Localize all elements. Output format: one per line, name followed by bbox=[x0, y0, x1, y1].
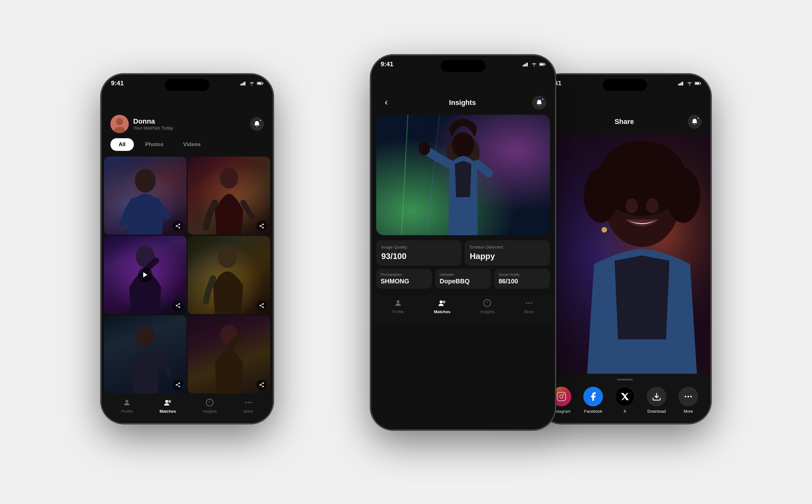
nav-profile-1[interactable]: Profile bbox=[121, 398, 133, 414]
svg-point-73 bbox=[526, 302, 527, 304]
svg-point-92 bbox=[601, 227, 607, 232]
image-quality-label: Image Quality: bbox=[381, 245, 457, 249]
svg-rect-2 bbox=[243, 82, 244, 85]
svg-point-88 bbox=[584, 168, 618, 223]
nav-matches-2[interactable]: Matches bbox=[434, 298, 451, 314]
svg-point-51 bbox=[245, 402, 246, 403]
svg-point-44 bbox=[262, 386, 264, 387]
p3-top-bar: Share bbox=[539, 89, 711, 134]
svg-point-22 bbox=[136, 246, 155, 268]
svg-rect-60 bbox=[540, 63, 544, 65]
svg-point-49 bbox=[168, 400, 171, 403]
nav-more-1[interactable]: More bbox=[243, 398, 253, 414]
wifi-icon-3 bbox=[686, 81, 693, 86]
stats-row: Photographer: SHMONG Uploader: DopeBBQ S… bbox=[371, 269, 555, 294]
svg-rect-55 bbox=[524, 64, 525, 67]
battery-icon-1 bbox=[257, 81, 263, 86]
share-btn-3[interactable] bbox=[172, 300, 183, 311]
nav-insights-2[interactable]: Insights bbox=[480, 298, 495, 314]
svg-line-45 bbox=[261, 385, 262, 386]
grid-item-1[interactable] bbox=[104, 157, 186, 235]
nav-insights-1[interactable]: Insights bbox=[203, 398, 217, 414]
notification-button-2[interactable] bbox=[532, 96, 546, 110]
status-time-1: 9:41 bbox=[111, 80, 124, 87]
share-handle bbox=[617, 379, 633, 380]
stat-emotion: Emotion Detected: Happy bbox=[465, 240, 550, 266]
x-twitter-icon bbox=[615, 387, 635, 406]
share-icon-1 bbox=[175, 223, 181, 229]
svg-point-69 bbox=[397, 300, 399, 303]
svg-line-34 bbox=[261, 304, 262, 305]
notification-button-3[interactable] bbox=[688, 115, 702, 129]
insights-icon-1 bbox=[205, 398, 214, 407]
nav-profile-2[interactable]: Profile bbox=[392, 298, 404, 314]
nav-more-2[interactable]: More bbox=[524, 298, 534, 314]
svg-point-95 bbox=[563, 394, 564, 395]
svg-rect-82 bbox=[695, 82, 699, 84]
share-title: Share bbox=[614, 118, 634, 126]
grid-item-3[interactable] bbox=[104, 236, 186, 314]
svg-point-53 bbox=[250, 402, 251, 403]
chevron-left-icon-2 bbox=[383, 99, 390, 106]
svg-rect-1 bbox=[242, 83, 243, 86]
svg-point-17 bbox=[262, 224, 264, 225]
svg-point-12 bbox=[176, 225, 177, 227]
stat-photographer: Photographer: SHMONG bbox=[376, 269, 432, 289]
svg-point-31 bbox=[259, 305, 261, 306]
share-btn-2[interactable] bbox=[256, 221, 267, 231]
play-btn-3[interactable] bbox=[138, 268, 153, 282]
svg-marker-23 bbox=[143, 272, 147, 278]
svg-line-20 bbox=[261, 226, 262, 227]
share-option-more[interactable]: More bbox=[679, 387, 698, 414]
svg-point-52 bbox=[248, 402, 249, 403]
grid-item-4[interactable] bbox=[188, 236, 270, 314]
battery-icon-2 bbox=[539, 62, 546, 67]
virality-label: Social Virality bbox=[499, 273, 546, 276]
share-btn-6[interactable] bbox=[256, 379, 267, 390]
bottom-nav-1: Profile Matches bbox=[101, 393, 273, 423]
svg-point-70 bbox=[440, 300, 443, 303]
notification-button-1[interactable] bbox=[250, 117, 264, 131]
share-label-download: Download bbox=[647, 409, 666, 414]
share-option-facebook[interactable]: Facebook bbox=[583, 387, 603, 414]
svg-rect-59 bbox=[545, 63, 546, 65]
svg-point-41 bbox=[220, 325, 238, 345]
more-nav-icon-2 bbox=[524, 298, 534, 308]
share-option-download[interactable]: Download bbox=[647, 387, 666, 414]
share-option-x[interactable]: X bbox=[615, 387, 635, 414]
profile-nav-icon-2 bbox=[393, 298, 403, 308]
p1-user-text: Donna Your Matches Today bbox=[133, 117, 173, 131]
signal-icon-3 bbox=[678, 81, 685, 86]
grid-item-2[interactable] bbox=[188, 157, 270, 235]
svg-point-90 bbox=[626, 198, 638, 213]
grid-item-6[interactable] bbox=[188, 315, 270, 393]
tab-photos[interactable]: Photos bbox=[137, 138, 172, 151]
emotion-label: Emotion Detected: bbox=[470, 245, 545, 249]
share-icon-5 bbox=[175, 382, 181, 388]
status-icons-3 bbox=[678, 81, 701, 86]
wifi-icon-2 bbox=[531, 62, 537, 67]
svg-point-35 bbox=[136, 326, 154, 347]
share-bar: Instagram Facebook bbox=[539, 374, 711, 423]
back-button-2[interactable] bbox=[380, 96, 393, 109]
svg-rect-57 bbox=[527, 62, 528, 67]
nav-matches-1[interactable]: Matches bbox=[159, 398, 176, 414]
emotion-value: Happy bbox=[470, 251, 545, 261]
status-icons-1 bbox=[240, 81, 263, 86]
share-label-x: X bbox=[624, 409, 627, 414]
tab-videos[interactable]: Videos bbox=[175, 138, 209, 151]
share-options: Instagram Facebook bbox=[546, 387, 704, 414]
svg-line-33 bbox=[261, 306, 262, 307]
tab-all[interactable]: All bbox=[110, 138, 134, 151]
phone-insights: 9:41 bbox=[371, 55, 555, 430]
share-btn-5[interactable] bbox=[172, 379, 183, 390]
share-btn-4[interactable] bbox=[256, 300, 267, 311]
svg-point-38 bbox=[179, 386, 180, 387]
share-hero-scene bbox=[539, 134, 711, 374]
dynamic-island-2 bbox=[441, 60, 485, 72]
svg-point-98 bbox=[688, 396, 689, 397]
grid-item-5[interactable] bbox=[104, 315, 186, 393]
user-subtitle: Your Matches Today bbox=[133, 126, 173, 131]
share-btn-1[interactable] bbox=[172, 221, 183, 231]
svg-rect-54 bbox=[523, 65, 524, 66]
